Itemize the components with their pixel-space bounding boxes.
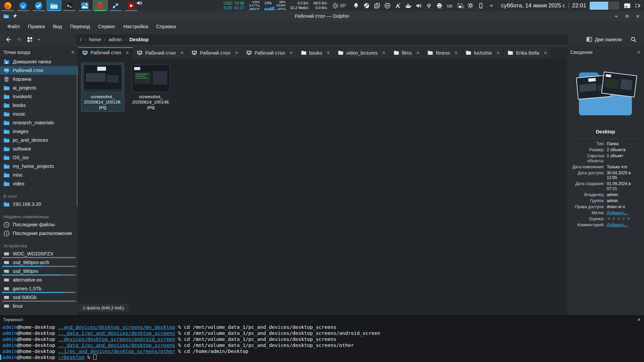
place-item-music[interactable]: music bbox=[0, 110, 78, 118]
tab-2[interactable]: Рабочий стол✕ bbox=[188, 47, 243, 58]
taskbar-app-gwenview[interactable] bbox=[77, 0, 93, 11]
view-mode-dropdown-icon[interactable] bbox=[36, 35, 42, 44]
tab-9[interactable]: Erika Bella✕ bbox=[504, 47, 551, 58]
tab-close-icon[interactable]: ✕ bbox=[235, 50, 238, 55]
place-item-InvokeAI[interactable]: InvokeAI bbox=[0, 92, 78, 101]
tab-0[interactable]: Рабочий стол✕ bbox=[78, 47, 133, 58]
place-item-my_home_projects[interactable]: my_home_projects bbox=[0, 162, 78, 171]
place-item-ssd-500Gb[interactable]: ssd-500Gb bbox=[0, 293, 78, 302]
docker-icon[interactable] bbox=[405, 2, 412, 9]
forward-button[interactable] bbox=[15, 35, 23, 44]
tab-7[interactable]: fitness✕ bbox=[424, 47, 462, 58]
tab-close-icon[interactable]: ✕ bbox=[180, 50, 184, 55]
terminal-output[interactable]: admin@home-desktop ..and_devices/desktop… bbox=[0, 323, 644, 360]
split-view-button[interactable]: Две панели bbox=[586, 36, 622, 43]
tab-4[interactable]: books✕ bbox=[297, 47, 334, 58]
folder-view[interactable]: screenshot_20250614_100139.png screensho… bbox=[78, 59, 567, 315]
tab-3[interactable]: Рабочий стол✕ bbox=[243, 47, 297, 58]
gear-icon[interactable] bbox=[467, 2, 474, 9]
taskbar-app-strawberry[interactable] bbox=[93, 0, 108, 11]
tab-close-icon[interactable]: ✕ bbox=[326, 50, 330, 55]
place-item-research_materials[interactable]: research_materials bbox=[0, 118, 78, 127]
place-item-misc[interactable]: misc bbox=[0, 171, 78, 179]
taskbar-app-dolphin[interactable] bbox=[46, 0, 62, 11]
steam-tray-icon[interactable] bbox=[363, 2, 370, 9]
color-swatch-blue[interactable] bbox=[590, 2, 608, 10]
place-item-linux[interactable]: linux bbox=[0, 302, 78, 310]
place-item-games-1,5Tb[interactable]: games-1,5Tb bbox=[0, 284, 78, 293]
phone-icon[interactable] bbox=[477, 2, 485, 9]
tab-5[interactable]: video_lectures✕ bbox=[334, 47, 389, 58]
place-item-Последние расположения[interactable]: Последние расположения bbox=[0, 229, 78, 238]
place-item-ssd_980pro[interactable]: ssd_980pro bbox=[0, 267, 78, 276]
taskbar-app-konsole[interactable] bbox=[62, 0, 77, 11]
usb-icon[interactable] bbox=[425, 2, 433, 9]
place-item-Домашняя папка[interactable]: Домашняя папка bbox=[0, 57, 78, 66]
info-add-link[interactable]: Добавить... bbox=[607, 210, 642, 216]
keyboard-layout-indicator[interactable]: us bbox=[446, 2, 453, 9]
menu-item-3[interactable]: Переход bbox=[70, 23, 90, 29]
place-item-Корзина[interactable]: Корзина bbox=[0, 75, 78, 83]
bell-icon[interactable] bbox=[353, 2, 360, 9]
breadcrumb-root[interactable]: / bbox=[80, 37, 82, 42]
volume-icon[interactable] bbox=[415, 2, 422, 9]
place-item-Рабочий стол[interactable]: Рабочий стол bbox=[0, 66, 78, 75]
ram-widget[interactable]: 10% bbox=[264, 0, 272, 5]
weather-widget[interactable]: 15° bbox=[332, 2, 346, 9]
place-item-OS_iso[interactable]: OS_iso bbox=[0, 153, 78, 162]
window-list-icon[interactable] bbox=[624, 3, 631, 8]
tab-close-icon[interactable]: ✕ bbox=[454, 50, 458, 55]
pause-icon[interactable] bbox=[384, 2, 391, 9]
breadcrumb-segment-home[interactable]: home bbox=[89, 37, 101, 42]
place-item-192.168.3.20[interactable]: 192.168.3.20 bbox=[0, 200, 78, 208]
close-window-icon[interactable] bbox=[635, 13, 641, 19]
place-item-books[interactable]: books bbox=[0, 101, 78, 110]
back-button[interactable] bbox=[4, 35, 13, 44]
clock-widget[interactable]: суббота, 14 июня 2025 г. 22:01 bbox=[501, 0, 586, 11]
places-panel-close-icon[interactable]: ✕ bbox=[71, 50, 75, 55]
shade-window-icon[interactable] bbox=[613, 13, 619, 19]
taskbar-app-thunderbird[interactable] bbox=[15, 0, 31, 11]
info-panel-close-icon[interactable]: ✕ bbox=[637, 50, 641, 55]
file-item-0[interactable]: screenshot_20250614_100139.png bbox=[81, 63, 124, 112]
taskbar-app-korganizer[interactable] bbox=[31, 0, 46, 11]
places-scrollbar[interactable] bbox=[76, 66, 78, 207]
tab-6[interactable]: films✕ bbox=[390, 47, 424, 58]
printer-icon[interactable] bbox=[436, 2, 443, 9]
menu-item-2[interactable]: Вид bbox=[53, 23, 62, 29]
place-item-pc_and_devices[interactable]: pc_and_devices bbox=[0, 136, 78, 144]
tab-close-icon[interactable]: ✕ bbox=[544, 50, 547, 55]
place-item-alternative-os[interactable]: alternative-os bbox=[0, 276, 78, 284]
peek-desktop-icon[interactable] bbox=[635, 3, 641, 8]
tab-close-icon[interactable]: ✕ bbox=[125, 50, 129, 55]
rating-stars[interactable]: ★★★★★ bbox=[607, 217, 642, 222]
chevron-down-icon[interactable] bbox=[488, 2, 495, 9]
terminal-panel-close-icon[interactable]: ✕ bbox=[637, 317, 641, 322]
tab-8[interactable]: luchshie✕ bbox=[462, 47, 504, 58]
menu-item-6[interactable]: Справка bbox=[156, 23, 176, 29]
currency-widget[interactable]: USD: 79.98 EUR: 92.37 bbox=[223, 1, 244, 10]
tab-1[interactable]: Рабочий стол✕ bbox=[133, 47, 188, 58]
tab-close-icon[interactable]: ✕ bbox=[382, 50, 386, 55]
network-widget[interactable]: 68,5 B/s 0,0 B/s bbox=[314, 1, 327, 10]
disk-widget[interactable]: 0,0 Б/с 32,2 МиБ/с bbox=[290, 1, 309, 10]
breadcrumb[interactable]: /›home›admin›Desktop bbox=[76, 35, 568, 45]
menu-item-0[interactable]: Файл bbox=[7, 23, 20, 29]
place-item-video[interactable]: video bbox=[0, 179, 78, 188]
view-mode-button[interactable] bbox=[25, 35, 34, 44]
place-item-images[interactable]: images bbox=[0, 127, 78, 136]
file-item-1[interactable]: screenshot_20250614_100149.png bbox=[129, 63, 172, 112]
place-item-ssd_980pro-arch[interactable]: ssd_980pro-arch bbox=[0, 258, 78, 267]
menu-item-4[interactable]: Сервис bbox=[98, 23, 115, 29]
titlebar[interactable]: Рабочий стол — Dolphin bbox=[0, 11, 644, 21]
taskbar-app-firefox[interactable] bbox=[0, 0, 15, 11]
info-add-link[interactable]: Добавить... bbox=[607, 223, 642, 228]
color-swatch-gray[interactable] bbox=[608, 2, 619, 10]
cpu-widget[interactable]: 9,6% 3,4 ГГц 66,0°C bbox=[249, 0, 260, 11]
place-item-WDC_WD20SPZX[interactable]: WDC_WD20SPZX bbox=[0, 249, 78, 258]
menu-item-5[interactable]: Настройка bbox=[123, 23, 148, 29]
anydesk-icon[interactable] bbox=[394, 2, 401, 9]
gpu-widget[interactable]: 38% 20,9% 57°C bbox=[276, 0, 285, 11]
breadcrumb-segment-admin[interactable]: admin bbox=[109, 37, 122, 42]
ethernet-icon[interactable]: ! bbox=[457, 2, 464, 9]
